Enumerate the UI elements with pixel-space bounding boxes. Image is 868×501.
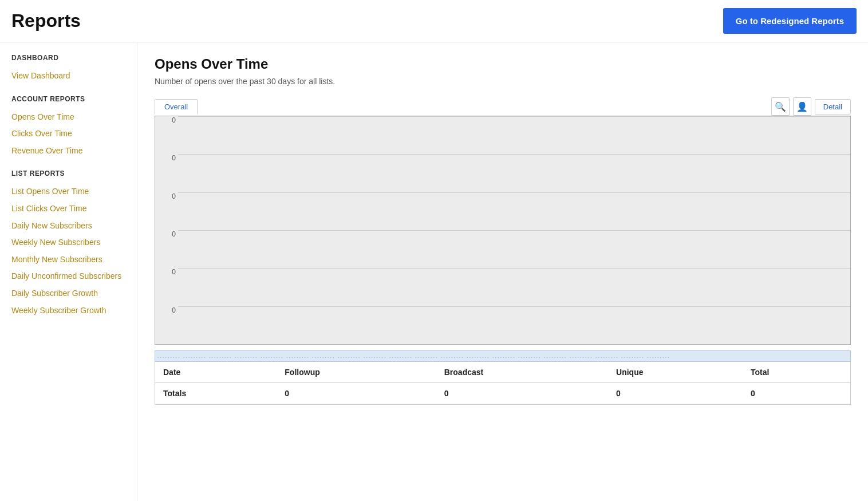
table-header-total: Total xyxy=(743,362,850,383)
timeline-bar: ......... ......... ......... ......... … xyxy=(155,350,851,362)
page-header: Reports Go to Redesigned Reports xyxy=(0,0,868,42)
sidebar-item-weekly-subscriber-growth[interactable]: Weekly Subscriber Growth xyxy=(11,302,131,319)
chart-y-label: 0 xyxy=(156,116,176,124)
user-icon: 👤 xyxy=(796,101,808,112)
sidebar-item-monthly-new-subscribers[interactable]: Monthly New Subscribers xyxy=(11,251,131,269)
table-header-date: Date xyxy=(155,362,277,383)
chart-y-label: 0 xyxy=(156,268,176,276)
chart-hline xyxy=(178,268,850,269)
search-icon-button[interactable]: 🔍 xyxy=(771,97,790,116)
chart-gridline: 0 xyxy=(178,268,850,306)
table-header-followup: Followup xyxy=(277,362,436,383)
data-table: DateFollowupBroadcastUniqueTotal Totals0… xyxy=(155,362,850,404)
table-cell-0-4: 0 xyxy=(743,383,850,404)
chart-gridline: 0 xyxy=(178,230,850,268)
report-subtitle: Number of opens over the past 30 days fo… xyxy=(155,77,851,86)
table-cell-0-0: Totals xyxy=(155,383,277,404)
chart-icons: 🔍 👤 Detail xyxy=(771,97,851,116)
overall-tab[interactable]: Overall xyxy=(155,99,198,115)
chart-wrapper: 000000 xyxy=(155,116,851,345)
detail-button[interactable]: Detail xyxy=(815,99,851,115)
sidebar-section-title-2: LIST REPORTS xyxy=(11,169,131,177)
sidebar-section-title-1: ACCOUNT REPORTS xyxy=(11,95,131,103)
chart-hline xyxy=(178,154,850,155)
chart-area: 000000 xyxy=(155,116,851,345)
chart-y-label: 0 xyxy=(156,192,176,200)
chart-gridline: 0 xyxy=(178,154,850,192)
sidebar-item-opens-over-time[interactable]: Opens Over Time xyxy=(11,109,131,126)
sidebar-item-view-dashboard[interactable]: View Dashboard xyxy=(11,68,131,85)
search-icon: 🔍 xyxy=(775,101,786,112)
report-title: Opens Over Time xyxy=(155,56,851,72)
chart-hline xyxy=(178,306,850,307)
chart-gridline: 0 xyxy=(178,192,850,230)
sidebar-item-clicks-over-time[interactable]: Clicks Over Time xyxy=(11,125,131,143)
chart-y-label: 0 xyxy=(156,154,176,162)
layout: DASHBOARDView DashboardACCOUNT REPORTSOp… xyxy=(0,42,868,501)
table-header-broadcast: Broadcast xyxy=(436,362,608,383)
sidebar-section-title-0: DASHBOARD xyxy=(11,54,131,62)
table-cell-0-3: 0 xyxy=(608,383,743,404)
sidebar-item-daily-new-subscribers[interactable]: Daily New Subscribers xyxy=(11,218,131,235)
page-title: Reports xyxy=(11,10,81,31)
chart-y-label: 0 xyxy=(156,230,176,238)
table-row: Totals0000 xyxy=(155,383,850,404)
chart-gridline: 0 xyxy=(178,306,850,344)
chart-hline xyxy=(178,116,850,117)
chart-gridline: 0 xyxy=(178,116,850,154)
chart-tabs-row: Overall 🔍 👤 Detail xyxy=(155,97,851,116)
table-wrapper: DateFollowupBroadcastUniqueTotal Totals0… xyxy=(155,362,851,405)
main-content: Opens Over Time Number of opens over the… xyxy=(137,42,868,501)
user-icon-button[interactable]: 👤 xyxy=(793,97,811,116)
table-cell-0-1: 0 xyxy=(277,383,436,404)
sidebar-item-daily-subscriber-growth[interactable]: Daily Subscriber Growth xyxy=(11,285,131,302)
sidebar-item-list-opens-over-time[interactable]: List Opens Over Time xyxy=(11,183,131,200)
sidebar-item-daily-unconfirmed-subscribers[interactable]: Daily Unconfirmed Subscribers xyxy=(11,268,131,285)
sidebar-item-revenue-over-time[interactable]: Revenue Over Time xyxy=(11,143,131,160)
redesigned-reports-button[interactable]: Go to Redesigned Reports xyxy=(723,8,857,34)
sidebar-item-list-clicks-over-time[interactable]: List Clicks Over Time xyxy=(11,200,131,218)
timeline-dots: ......... ......... ......... ......... … xyxy=(157,353,848,359)
table-header-unique: Unique xyxy=(608,362,743,383)
chart-y-label: 0 xyxy=(156,306,176,314)
sidebar: DASHBOARDView DashboardACCOUNT REPORTSOp… xyxy=(0,42,137,501)
table-cell-0-2: 0 xyxy=(436,383,608,404)
sidebar-item-weekly-new-subscribers[interactable]: Weekly New Subscribers xyxy=(11,234,131,251)
chart-hline xyxy=(178,192,850,193)
chart-hline xyxy=(178,230,850,231)
